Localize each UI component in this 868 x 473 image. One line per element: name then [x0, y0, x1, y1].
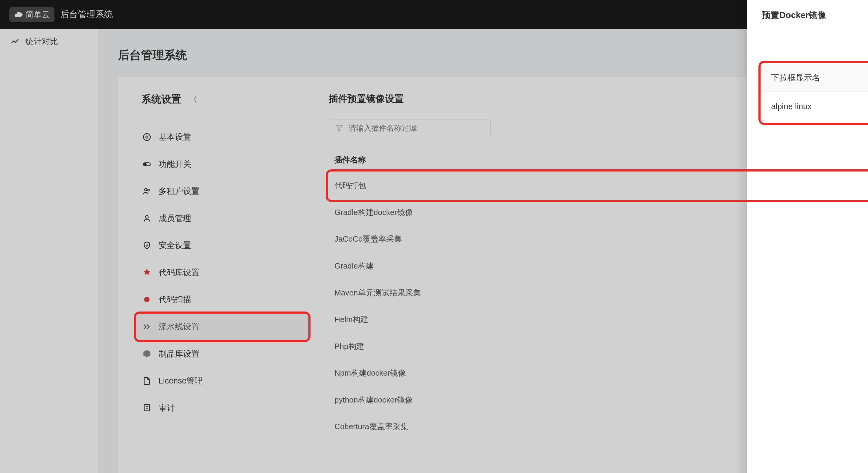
docker-drawer: 预置Docker镜像 添 加 下拉框显示名 镜像名 版本 操作 alpine l… — [747, 0, 868, 473]
pagination: 〈 1 〉 — [762, 137, 868, 152]
drawer-title: 预置Docker镜像 — [762, 9, 868, 22]
docker-row: alpine linuxezone-public/alpine3.12.0 — [762, 92, 868, 122]
modal-dim[interactable] — [0, 0, 868, 473]
docker-display: alpine linux — [762, 92, 868, 122]
docker-col-display: 下拉框显示名 — [762, 64, 868, 92]
docker-table: 下拉框显示名 镜像名 版本 操作 alpine linuxezone-publi… — [762, 64, 868, 122]
